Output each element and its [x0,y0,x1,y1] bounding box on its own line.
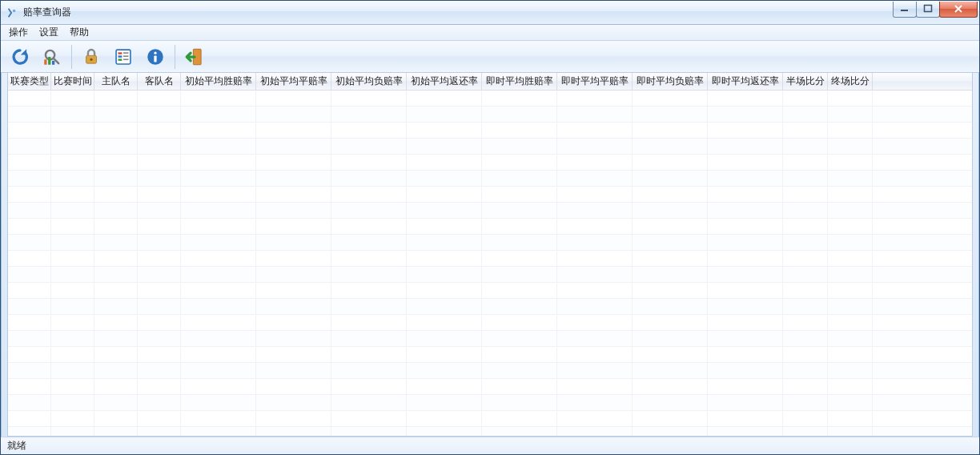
statusbar: 就绪 [1,437,979,454]
toolbar-search-button[interactable] [38,43,66,70]
toolbar-list-button[interactable] [109,43,138,70]
table-row [8,347,972,363]
close-button[interactable] [939,2,978,18]
titlebar: 赔率查询器 [1,1,979,25]
toolbar-refresh-button[interactable] [6,43,34,70]
column-header[interactable]: 半场比分 [783,73,828,90]
toolbar-lock-button[interactable] [77,43,106,70]
minimize-button[interactable] [893,2,917,18]
column-header[interactable]: 初始平均平赔率 [256,73,331,90]
svg-rect-13 [118,58,122,60]
table-row [8,251,972,267]
table-row [8,395,972,411]
svg-rect-2 [925,6,932,12]
table-row [8,283,972,299]
table-row [8,187,972,203]
svg-point-9 [90,58,92,60]
list-icon [113,46,134,67]
toolbar-exit-button[interactable] [180,43,209,70]
app-window: 赔率查询器 操作 设置 帮助 [0,0,980,455]
table-row [8,299,972,315]
svg-point-18 [154,51,156,54]
status-text: 就绪 [7,439,26,453]
table-row [8,235,972,251]
maximize-button[interactable] [916,2,940,18]
svg-rect-11 [118,52,122,54]
table-row [8,427,972,436]
table-row [8,171,972,187]
menubar: 操作 设置 帮助 [1,25,979,41]
column-header[interactable]: 即时平均返还率 [708,73,783,90]
svg-point-0 [13,9,16,12]
table-row [8,155,972,171]
column-header[interactable]: 主队名 [94,73,138,90]
grid-header: 联赛类型比赛时间主队名客队名初始平均胜赔率初始平均平赔率初始平均负赔率初始平均返… [8,73,972,91]
table-row [8,411,972,427]
toolbar-separator [71,45,72,69]
column-header[interactable]: 比赛时间 [51,73,94,90]
column-header[interactable]: 即时平均胜赔率 [482,73,557,90]
toolbar-info-button[interactable] [141,43,170,70]
menu-settings[interactable]: 设置 [34,24,63,41]
table-row [8,315,972,331]
svg-rect-12 [118,55,122,57]
lock-icon [81,46,102,67]
data-grid[interactable]: 联赛类型比赛时间主队名客队名初始平均胜赔率初始平均平赔率初始平均负赔率初始平均返… [7,73,973,437]
toolbar-separator [175,45,175,69]
column-header[interactable]: 初始平均胜赔率 [181,73,256,90]
column-header[interactable]: 初始平均负赔率 [331,73,407,90]
close-icon [953,4,964,14]
table-row [8,363,972,379]
info-icon [145,46,166,67]
svg-rect-5 [44,59,46,65]
svg-rect-19 [154,55,156,62]
column-header[interactable]: 即时平均负赔率 [633,73,708,90]
svg-rect-1 [901,10,908,11]
column-header[interactable]: 即时平均平赔率 [557,73,633,90]
table-row [8,91,972,107]
column-header[interactable]: 联赛类型 [8,73,51,90]
table-row [8,267,972,283]
column-header[interactable]: 终场比分 [828,73,873,90]
menu-help[interactable]: 帮助 [65,24,94,41]
table-row [8,107,972,123]
refresh-icon [10,46,30,67]
table-row [8,379,972,395]
table-row [8,331,972,347]
table-row [8,219,972,235]
window-controls [894,2,978,18]
grid-body [8,91,972,436]
maximize-icon [923,4,933,14]
column-header[interactable]: 客队名 [138,73,181,90]
table-row [8,139,972,155]
toolbar [1,41,979,73]
menu-operate[interactable]: 操作 [4,24,33,41]
window-title: 赔率查询器 [23,6,71,19]
table-row [8,123,972,139]
table-row [8,203,972,219]
app-icon [6,6,18,19]
svg-rect-7 [52,60,54,64]
search-icon [42,46,62,67]
minimize-icon [900,4,910,14]
exit-icon [184,46,205,67]
column-header[interactable]: 初始平均返还率 [407,73,482,90]
svg-rect-6 [48,57,50,65]
